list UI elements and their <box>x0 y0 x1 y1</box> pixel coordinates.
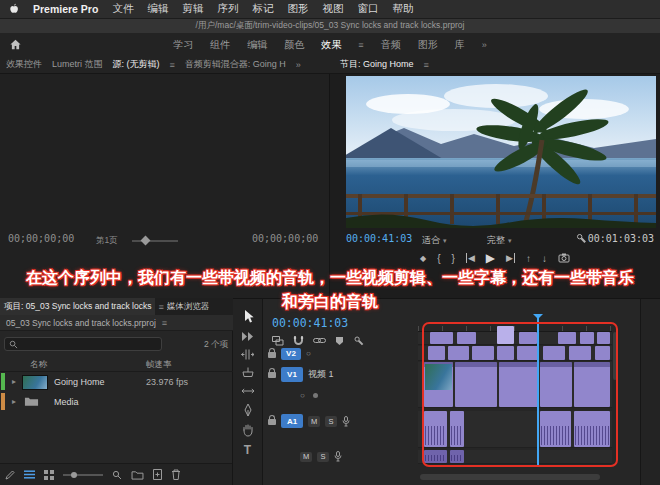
program-fit-value: 适合 <box>422 234 440 247</box>
workspace-tab-graphics[interactable]: 图形 <box>418 38 438 52</box>
audio-meters-panel[interactable] <box>640 298 660 485</box>
label-color-chip-orange[interactable] <box>1 393 5 410</box>
track-lock-icon[interactable] <box>268 352 276 358</box>
disclosure-chevron-icon[interactable]: ▸ <box>12 377 16 386</box>
track-header-a1[interactable]: A1 M S <box>268 414 418 428</box>
menu-view[interactable]: 视图 <box>322 2 343 16</box>
linked-selection-icon[interactable] <box>313 336 326 345</box>
project-row-going-home[interactable]: ▸ Going Home 23.976 fps <box>0 372 233 391</box>
track-lock-icon[interactable] <box>268 419 276 425</box>
workspace-tab-effects-active[interactable]: 效果 <box>321 38 341 52</box>
source-tc-current[interactable]: 00;00;00;00 <box>8 233 74 244</box>
solo-button[interactable]: S <box>325 416 337 427</box>
apple-logo-icon[interactable] <box>8 3 19 16</box>
voiceover-mic-icon[interactable] <box>342 416 350 427</box>
thumbnail-zoom-slider[interactable] <box>63 474 103 476</box>
list-view-icon[interactable] <box>24 470 35 479</box>
label-color-chip-green[interactable] <box>1 373 5 390</box>
find-icon[interactable] <box>112 470 122 480</box>
menu-clip[interactable]: 剪辑 <box>182 2 203 16</box>
add-marker-icon[interactable]: ◆ <box>420 254 426 263</box>
menu-window[interactable]: 窗口 <box>357 2 378 16</box>
mute-button[interactable]: M <box>308 416 320 427</box>
program-resolution-dropdown[interactable]: 完整 ▾ <box>487 234 512 247</box>
track-toggle-dot-icon[interactable] <box>313 393 318 398</box>
workspace-tab-audio[interactable]: 音频 <box>381 38 401 52</box>
source-zoom-slider[interactable] <box>132 240 178 242</box>
workspace-menu-icon[interactable]: ≡ <box>358 40 363 50</box>
mark-out-icon[interactable]: } <box>452 253 455 264</box>
readonly-pencil-icon[interactable] <box>5 470 15 480</box>
workspace-tab-assembly[interactable]: 组件 <box>210 38 230 52</box>
project-row-media[interactable]: ▸ Media <box>0 392 233 411</box>
column-name[interactable]: 名称 <box>30 359 47 371</box>
track-select-forward-tool-icon[interactable] <box>241 331 255 342</box>
toggle-track-output-icon[interactable]: ○ <box>306 349 311 358</box>
timeline-settings-wrench-icon[interactable] <box>353 335 364 346</box>
track-badge-a1[interactable]: A1 <box>281 414 303 428</box>
disclosure-chevron-icon[interactable]: ▸ <box>12 397 16 406</box>
track-header-v1[interactable]: V1 视频 1 <box>268 366 418 382</box>
column-framerate[interactable]: 帧速率 <box>146 359 172 371</box>
zoom-slider-knob[interactable] <box>71 472 77 478</box>
timeline-horizontal-scrollbar[interactable] <box>420 474 600 480</box>
tab-lumetri-scopes[interactable]: Lumetri 范围 <box>52 58 103 71</box>
workspace-tab-libraries[interactable]: 库 <box>455 38 465 52</box>
icon-view-icon[interactable] <box>44 470 54 480</box>
left-tabs-overflow-icon[interactable]: » <box>296 60 301 70</box>
insert-overwrite-nest-icon[interactable] <box>272 336 284 346</box>
razor-tool-icon[interactable] <box>241 367 255 379</box>
program-settings-wrench-icon[interactable] <box>576 233 587 244</box>
hand-tool-icon[interactable] <box>242 424 254 437</box>
track-name-v1[interactable]: 视频 1 <box>308 368 334 381</box>
timeline-tc[interactable]: 00:00:41:03 <box>272 316 348 330</box>
mute-button[interactable]: M <box>300 452 312 462</box>
extract-icon[interactable]: ↓ <box>542 253 547 264</box>
delete-trash-icon[interactable] <box>171 469 181 480</box>
tab-audio-clip-mixer[interactable]: 音频剪辑混合器: Going H <box>185 58 286 71</box>
play-icon[interactable]: ▶ <box>486 251 495 265</box>
program-panel-menu-icon[interactable]: ≡ <box>424 60 429 70</box>
timeline-add-marker-icon[interactable] <box>335 336 344 346</box>
workspace-tab-color[interactable]: 颜色 <box>284 38 304 52</box>
track-header-v2[interactable]: V2 ○ <box>268 347 418 360</box>
track-lock-icon[interactable] <box>268 372 276 378</box>
snap-magnet-icon[interactable] <box>293 335 304 346</box>
track-badge-v1[interactable]: V1 <box>281 367 303 382</box>
track-badge-v2[interactable]: V2 <box>281 348 301 360</box>
slip-tool-icon[interactable] <box>241 386 255 396</box>
project-search-input[interactable] <box>4 337 162 351</box>
menu-file[interactable]: 文件 <box>112 2 133 16</box>
project-document-menu-icon[interactable]: ≡ <box>162 318 167 328</box>
tab-effect-controls[interactable]: 效果控件 <box>6 58 42 71</box>
solo-button[interactable]: S <box>317 452 329 462</box>
workspace-overflow-icon[interactable]: » <box>482 40 487 50</box>
workspace-tab-editing[interactable]: 编辑 <box>247 38 267 52</box>
ripple-edit-tool-icon[interactable] <box>241 349 255 360</box>
program-tc-current[interactable]: 00:00:41:03 <box>346 233 412 244</box>
app-menu-premiere-pro[interactable]: Premiere Pro <box>33 3 98 15</box>
item-name[interactable]: Media <box>54 397 79 407</box>
step-forward-icon[interactable]: ▶ <box>506 253 515 263</box>
lift-icon[interactable]: ↑ <box>526 253 531 264</box>
menu-sequence[interactable]: 序列 <box>217 2 238 16</box>
item-name[interactable]: Going Home <box>54 377 105 387</box>
toggle-track-output-icon[interactable]: ○ <box>300 391 305 400</box>
mark-in-icon[interactable]: { <box>437 253 440 264</box>
menu-help[interactable]: 帮助 <box>392 2 413 16</box>
menu-edit[interactable]: 编辑 <box>147 2 168 16</box>
menu-marker[interactable]: 标记 <box>252 2 273 16</box>
export-frame-icon[interactable] <box>558 253 570 263</box>
new-bin-icon[interactable] <box>131 470 144 480</box>
program-fit-dropdown[interactable]: 适合 ▾ <box>422 234 447 247</box>
workspace-tab-learning[interactable]: 学习 <box>173 38 193 52</box>
new-item-icon[interactable] <box>153 469 162 480</box>
voiceover-mic-icon[interactable] <box>334 451 342 462</box>
step-back-icon[interactable]: ◀ <box>466 253 475 263</box>
source-panel-menu-icon[interactable]: ≡ <box>170 60 175 70</box>
menu-graphics[interactable]: 图形 <box>287 2 308 16</box>
tab-program-monitor[interactable]: 节目: Going Home <box>340 58 414 71</box>
tab-source-monitor[interactable]: 源: (无剪辑) <box>113 58 160 71</box>
type-tool-icon[interactable]: T <box>244 444 251 456</box>
pen-tool-icon[interactable] <box>242 403 254 417</box>
